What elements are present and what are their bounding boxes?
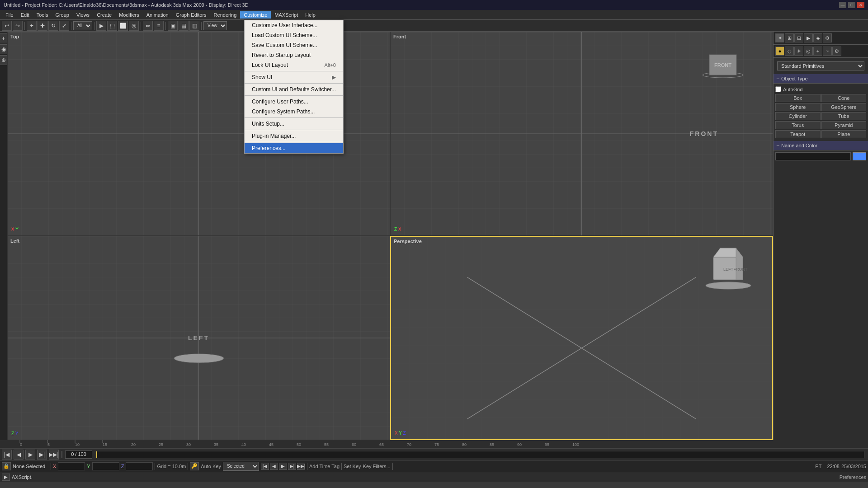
menu-user-paths[interactable]: Configure User Paths... — [245, 97, 343, 107]
camera-btn[interactable]: ◎ — [804, 47, 813, 56]
menu-custom-ui-defaults[interactable]: Custom UI and Defaults Switcher... — [245, 84, 343, 94]
object-type-collapse[interactable]: − — [776, 75, 779, 82]
menu-create[interactable]: Create — [93, 11, 115, 19]
toolbar-separator-6 — [201, 22, 202, 30]
key-icon[interactable]: 🔑 — [190, 462, 199, 470]
timeline-play-btn[interactable]: ▶ — [25, 450, 35, 460]
ruler-svg: 0 5 10 15 20 25 30 35 40 45 50 55 60 65 … — [0, 440, 868, 448]
menu-load-custom-ui[interactable]: Load Custom UI Scheme... — [245, 30, 343, 40]
menu-maxscript[interactable]: MAXScript — [271, 11, 302, 19]
region-select[interactable]: ⬚ — [107, 21, 117, 31]
prim-plane[interactable]: Plane — [821, 130, 867, 138]
select-arrow[interactable]: ▶ — [96, 21, 106, 31]
pb-prev[interactable]: ◀ — [270, 463, 278, 470]
light-btn[interactable]: ☀ — [794, 47, 803, 56]
viewport-front[interactable]: Front FRONT FRONT Z X — [390, 32, 773, 236]
object-name-input[interactable] — [775, 152, 851, 160]
view-dropdown[interactable]: View — [203, 21, 227, 30]
script-icon[interactable]: ▶ — [2, 474, 10, 481]
prim-pyramid[interactable]: Pyramid — [821, 121, 867, 129]
menu-animation[interactable]: Animation — [143, 11, 172, 19]
prim-box[interactable]: Box — [775, 94, 821, 102]
select-button[interactable]: ✦ — [27, 21, 37, 31]
system-btn[interactable]: ⚙ — [832, 47, 841, 56]
render-button[interactable]: ▣ — [168, 21, 178, 31]
minimize-button[interactable]: — — [839, 2, 846, 8]
scale-button[interactable]: ⤢ — [59, 21, 69, 31]
primitives-dropdown[interactable]: Standard Primitives — [777, 61, 864, 70]
hierarchy-tab[interactable]: ⊟ — [794, 33, 803, 42]
prim-torus[interactable]: Torus — [775, 121, 821, 129]
menu-save-custom-ui[interactable]: Save Custom UI Scheme... — [245, 40, 343, 50]
modify-tab[interactable]: ⊞ — [785, 33, 794, 42]
menu-lock-ui[interactable]: Lock UI Layout Alt+0 — [245, 60, 343, 70]
viewport-perspective[interactable]: Perspective LEFT — [390, 236, 773, 440]
menu-edit[interactable]: Edit — [17, 11, 33, 19]
menu-modifiers[interactable]: Modifiers — [115, 11, 143, 19]
undo-button[interactable]: ↩ — [2, 21, 12, 31]
selected-dropdown[interactable]: Selected — [223, 462, 259, 471]
menu-views[interactable]: Views — [73, 11, 93, 19]
timeline-cursor[interactable] — [96, 451, 97, 458]
display-tab[interactable]: ◈ — [813, 33, 822, 42]
viewport-left[interactable]: Left LEFT Z Y — [7, 236, 390, 440]
geometry-btn[interactable]: ● — [775, 47, 784, 56]
prim-teapot[interactable]: Teapot — [775, 130, 821, 138]
motion-tab[interactable]: ▶ — [804, 33, 813, 42]
redo-button[interactable]: ↪ — [13, 21, 23, 31]
prim-geosphere[interactable]: GeoSphere — [821, 103, 867, 111]
menu-help[interactable]: Help — [302, 11, 319, 19]
pb-start[interactable]: |◀ — [261, 463, 269, 470]
pb-next[interactable]: ▶| — [288, 463, 296, 470]
menu-plugin-manager[interactable]: Plug-in Manager... — [245, 131, 343, 141]
timeline-prev-btn[interactable]: ◀ — [14, 450, 24, 460]
lasso-select[interactable]: ◎ — [129, 21, 139, 31]
menu-customize[interactable]: Customize — [240, 11, 271, 19]
close-button[interactable]: ✕ — [857, 2, 864, 8]
z-coord[interactable] — [126, 462, 153, 470]
color-swatch[interactable] — [853, 152, 866, 160]
prim-cylinder[interactable]: Cylinder — [775, 112, 821, 120]
menu-group[interactable]: Group — [52, 11, 73, 19]
filter-dropdown[interactable]: All — [73, 21, 92, 30]
prim-tube[interactable]: Tube — [821, 112, 867, 120]
name-color-collapse[interactable]: − — [776, 142, 779, 149]
menu-revert-startup[interactable]: Revert to Startup Layout — [245, 50, 343, 60]
lock-button[interactable]: 🔒 — [2, 462, 11, 470]
render3-button[interactable]: ▥ — [189, 21, 199, 31]
rotate-button[interactable]: ↻ — [48, 21, 58, 31]
prim-cone[interactable]: Cone — [821, 94, 867, 102]
create-tab[interactable]: ✦ — [775, 33, 784, 42]
menu-show-ui[interactable]: Show UI ▶ — [245, 72, 343, 82]
timeline-track[interactable] — [96, 451, 864, 458]
y-coord[interactable] — [92, 462, 119, 470]
timeline-next-btn[interactable]: ▶| — [37, 450, 47, 460]
render2-button[interactable]: ▤ — [179, 21, 189, 31]
maximize-button[interactable]: □ — [848, 2, 855, 8]
menu-preferences[interactable]: Preferences... — [245, 143, 343, 153]
x-coord[interactable] — [58, 462, 85, 470]
utilities-tab[interactable]: ⚙ — [823, 33, 832, 42]
timeline-end-btn[interactable]: ▶▶| — [49, 450, 59, 460]
timeline-start-btn[interactable]: |◀ — [2, 450, 12, 460]
menu-tools[interactable]: Tools — [33, 11, 52, 19]
shape-btn[interactable]: ◇ — [785, 47, 794, 56]
prim-sphere[interactable]: Sphere — [775, 103, 821, 111]
autodef-checkbox[interactable] — [775, 86, 781, 92]
menu-rendering[interactable]: Rendering — [210, 11, 241, 19]
pb-play[interactable]: ▶ — [279, 463, 287, 470]
pb-end[interactable]: ▶▶| — [297, 463, 305, 470]
menu-file[interactable]: File — [2, 11, 17, 19]
menu-units-setup[interactable]: Units Setup... — [245, 119, 343, 129]
toolbar-separator-4 — [141, 22, 141, 30]
menu-system-paths[interactable]: Configure System Paths... — [245, 107, 343, 117]
menu-graph-editors[interactable]: Graph Editors — [172, 11, 210, 19]
menu-customize-ui[interactable]: Customize User Interface... — [245, 20, 343, 30]
fence-select[interactable]: ⬜ — [118, 21, 128, 31]
spacewarp-btn[interactable]: ~ — [823, 47, 832, 56]
align-button[interactable]: ≡ — [154, 21, 164, 31]
mirror-button[interactable]: ⇔ — [143, 21, 153, 31]
key-filters[interactable]: Key Filters... — [363, 464, 391, 469]
helper-btn[interactable]: + — [813, 47, 822, 56]
move-button[interactable]: ✚ — [38, 21, 47, 31]
